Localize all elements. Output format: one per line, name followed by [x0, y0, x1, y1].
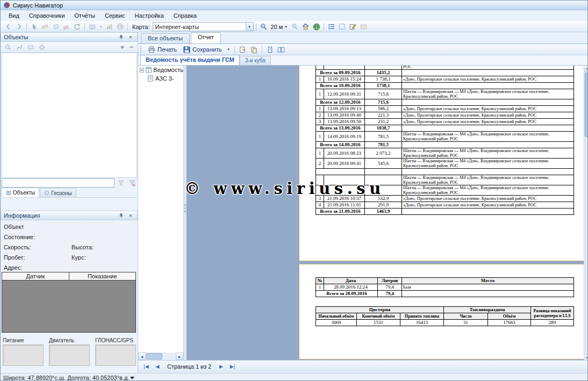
table-values-row: 30691531164133117663289 — [316, 320, 574, 326]
last-page-button[interactable]: ▶| — [227, 362, 237, 371]
menu-item[interactable]: Сервис — [100, 11, 130, 20]
screenshot-icon[interactable] — [87, 22, 97, 31]
menu-item[interactable]: Справочники — [24, 11, 70, 20]
globe-icon[interactable] — [311, 22, 321, 31]
ruler-icon[interactable] — [40, 22, 50, 31]
status-box-indicator — [95, 344, 136, 366]
close-icon[interactable]: × — [127, 212, 134, 219]
sensor-list[interactable] — [2, 280, 136, 333]
map-source-value: Интернет-карты — [155, 24, 199, 30]
objects-search-input[interactable] — [2, 178, 114, 188]
pin-icon[interactable] — [117, 212, 125, 219]
map-source-combobox[interactable]: Интернет-карты ▼ — [153, 22, 254, 31]
zoom-level-combobox[interactable]: 20 м ▼ — [269, 22, 290, 31]
doc-tab-vedomost[interactable]: Ведомость учёта выдачи ГСМ — [140, 55, 240, 65]
collapse-all-icon[interactable]: − — [127, 43, 135, 51]
status-box: Двигатель — [49, 337, 90, 366]
cursor-icon[interactable] — [29, 22, 39, 31]
first-page-button[interactable]: |◀ — [141, 362, 151, 371]
coordinates-text: Широта: 47.88920°с.ш. Долгота: 40.05203°… — [3, 375, 129, 381]
export-icon[interactable] — [238, 45, 248, 54]
previous-page-button[interactable]: ◀ — [153, 362, 162, 371]
menu-bar: ВидСправочникиОтчётыСервисНастройкаСправ… — [1, 10, 587, 21]
forward-arrow-icon[interactable] — [14, 22, 24, 31]
collapse-box-icon — [140, 68, 144, 73]
chart-icon[interactable] — [104, 22, 114, 31]
combobox-dropdown-icon[interactable]: ▼ — [246, 23, 253, 31]
menu-item[interactable]: Настройка — [130, 11, 169, 20]
window-title: Сириус Навигатор — [13, 2, 63, 9]
scroll-up-icon[interactable]: ▲ — [584, 66, 588, 71]
tab-geozones[interactable]: Геозоны — [40, 188, 76, 197]
table-row: 112.09.2016 09:31715,6Шахты — Владимиров… — [316, 89, 574, 99]
close-icon[interactable]: × — [127, 34, 134, 41]
printer-icon — [148, 46, 155, 53]
save-dropdown-icon[interactable]: ▼ — [226, 45, 232, 55]
report-viewer[interactable]: РОСВсего за 09.09.20161435,2110.09.2016 … — [187, 66, 584, 360]
copy-icon[interactable] — [249, 45, 259, 54]
home-icon[interactable] — [300, 22, 311, 31]
pagination-bar: |◀ ◀ Страница 1 из 2 ▶ ▶| — [138, 360, 588, 372]
objects-toolbar: + − — [1, 42, 138, 53]
app-icon — [3, 2, 10, 9]
vertical-scrollbar[interactable]: ▲ ▼ — [584, 66, 588, 360]
doc-tab-cube[interactable]: 3-и куба — [240, 56, 271, 65]
menu-item[interactable]: Вид — [4, 11, 24, 20]
tab-objects[interactable]: Объекты — [2, 188, 39, 197]
column-subheader: Конечный объём — [357, 313, 400, 320]
info-fields: Объект Состояние: Скорость:Высота: Пробе… — [1, 220, 138, 272]
refresh-icon[interactable] — [72, 22, 82, 31]
table-row: РОС — [316, 66, 574, 70]
next-page-button[interactable]: ▶ — [216, 362, 226, 371]
left-panel: Объекты × + − Объекты Геозоны — [1, 32, 138, 373]
scrollbar-thumb[interactable] — [146, 353, 162, 360]
table-row: 113.09.2016 09:13586,2«Дон», Пролетарско… — [316, 106, 574, 112]
scrollbar-thumb[interactable] — [585, 73, 588, 137]
eraser-icon[interactable] — [61, 22, 71, 31]
track-icon[interactable] — [14, 42, 24, 52]
address-label: Адрес: — [4, 264, 23, 271]
edit-icon[interactable] — [348, 22, 358, 31]
tab-all-objects[interactable]: Все объекты — [141, 33, 190, 44]
two-page-view-icon[interactable] — [276, 45, 286, 54]
table-row: 120.09.2016 08:232 073,2Шахты — Владимир… — [316, 148, 574, 159]
tab-report[interactable]: Отчет — [191, 32, 221, 44]
message-icon[interactable] — [25, 42, 35, 52]
toolbar-separator — [256, 23, 256, 31]
menu-item[interactable]: Справка — [169, 11, 202, 20]
select-area-icon[interactable] — [337, 22, 347, 31]
list-icon[interactable] — [326, 22, 336, 31]
clear-filter-icon[interactable] — [127, 178, 137, 188]
tree-item-child[interactable]: АЗС 3- — [138, 74, 183, 83]
scroll-right-icon[interactable]: ▶ — [176, 353, 183, 360]
document-tab-bar: Ведомость учёта выдачи ГСМ 3-и куба — [138, 55, 588, 66]
print-map-icon[interactable] — [115, 22, 125, 31]
tree-item-root[interactable]: Ведомость — [138, 66, 183, 74]
report-folder-icon — [146, 67, 152, 73]
column-header: № — [316, 278, 324, 284]
locate-icon[interactable] — [37, 42, 47, 52]
toolbar-grip — [140, 46, 142, 53]
scroll-left-icon[interactable]: ◀ — [138, 353, 146, 360]
mail-icon[interactable] — [358, 22, 369, 31]
single-page-view-icon[interactable] — [265, 45, 275, 54]
expand-all-icon[interactable]: + — [118, 43, 126, 51]
objects-list-icon — [6, 190, 11, 196]
zoom-out-icon[interactable] — [259, 22, 269, 31]
objects-tree[interactable] — [2, 53, 137, 178]
print-button[interactable]: Печать — [145, 45, 180, 55]
save-button[interactable]: Сохранить — [181, 45, 225, 55]
pin-icon[interactable] — [117, 34, 125, 41]
search-object-icon[interactable] — [3, 42, 13, 52]
scroll-down-icon[interactable]: ▼ — [584, 354, 588, 360]
tree-horizontal-scrollbar[interactable]: ◀ ▶ — [138, 353, 183, 360]
zoom-in-icon[interactable] — [290, 22, 300, 31]
toolbar-separator — [127, 23, 128, 31]
statusbar-dropdown-icon[interactable] — [130, 377, 134, 379]
screenshot-dropdown-icon[interactable]: ▼ — [98, 21, 104, 32]
filter-icon[interactable] — [116, 178, 126, 188]
back-arrow-icon[interactable] — [3, 22, 13, 31]
menu-item[interactable]: Отчёты — [70, 11, 100, 20]
polygon-area-icon[interactable] — [51, 22, 61, 31]
status-box-label: Питание — [3, 337, 44, 343]
